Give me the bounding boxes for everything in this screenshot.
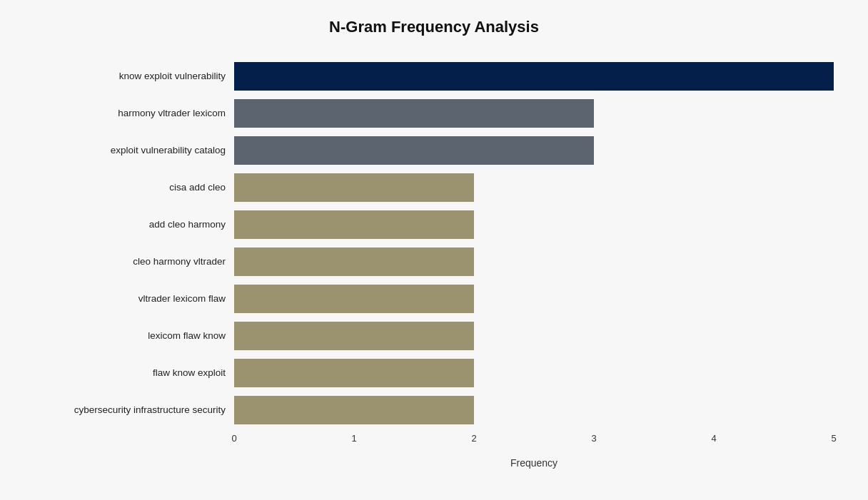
bar-fill bbox=[234, 396, 474, 424]
x-tick: 4 bbox=[711, 433, 716, 444]
bar-fill bbox=[234, 62, 834, 91]
bar-track bbox=[234, 210, 834, 239]
bar-row: cisa add cleo bbox=[34, 169, 834, 206]
bar-fill bbox=[234, 248, 474, 276]
bar-row: flaw know exploit bbox=[34, 354, 834, 392]
bar-label: cleo harmony vltrader bbox=[34, 256, 234, 267]
bar-track bbox=[234, 99, 834, 128]
bar-track bbox=[234, 396, 834, 424]
bar-track bbox=[234, 136, 834, 165]
x-axis-offset bbox=[34, 433, 234, 454]
bar-row: vltrader lexicom flaw bbox=[34, 280, 834, 317]
bar-row: add cleo harmony bbox=[34, 206, 834, 243]
x-tick: 2 bbox=[471, 433, 476, 444]
bar-fill bbox=[234, 210, 474, 239]
bar-label: cisa add cleo bbox=[34, 182, 234, 193]
chart-container: N-Gram Frequency Analysis know exploit v… bbox=[20, 4, 848, 497]
bar-track bbox=[234, 359, 834, 387]
x-tick: 5 bbox=[831, 433, 836, 444]
bar-label: exploit vulnerability catalog bbox=[34, 145, 234, 155]
x-axis-container: 012345 bbox=[34, 433, 834, 454]
bar-label: know exploit vulnerability bbox=[34, 71, 234, 81]
chart-title: N-Gram Frequency Analysis bbox=[34, 18, 834, 36]
bar-track bbox=[234, 248, 834, 276]
x-axis-title: Frequency bbox=[234, 457, 834, 469]
bar-track bbox=[234, 173, 834, 202]
x-tick: 3 bbox=[591, 433, 596, 444]
bar-fill bbox=[234, 322, 474, 350]
bar-fill bbox=[234, 99, 594, 128]
bar-label: lexicom flaw know bbox=[34, 330, 234, 341]
bar-track bbox=[234, 285, 834, 313]
bar-fill bbox=[234, 359, 474, 387]
bar-fill bbox=[234, 136, 594, 165]
bar-fill bbox=[234, 285, 474, 313]
bar-row: harmony vltrader lexicom bbox=[34, 95, 834, 132]
bar-row: lexicom flaw know bbox=[34, 317, 834, 354]
x-tick: 0 bbox=[231, 433, 236, 444]
bar-label: cybersecurity infrastructure security bbox=[34, 404, 234, 415]
x-tick: 1 bbox=[351, 433, 356, 444]
bar-track bbox=[234, 62, 834, 91]
bar-label: add cleo harmony bbox=[34, 219, 234, 230]
bar-track bbox=[234, 322, 834, 350]
bar-row: cleo harmony vltrader bbox=[34, 243, 834, 280]
bar-row: know exploit vulnerability bbox=[34, 58, 834, 95]
chart-area: know exploit vulnerabilityharmony vltrad… bbox=[34, 58, 834, 429]
bar-label: vltrader lexicom flaw bbox=[34, 293, 234, 304]
bar-label: flaw know exploit bbox=[34, 367, 234, 378]
x-axis: 012345 bbox=[234, 433, 834, 454]
bar-row: cybersecurity infrastructure security bbox=[34, 392, 834, 429]
x-axis-title-container: Frequency bbox=[34, 457, 834, 469]
bar-label: harmony vltrader lexicom bbox=[34, 108, 234, 118]
bar-fill bbox=[234, 173, 474, 202]
bar-row: exploit vulnerability catalog bbox=[34, 132, 834, 169]
